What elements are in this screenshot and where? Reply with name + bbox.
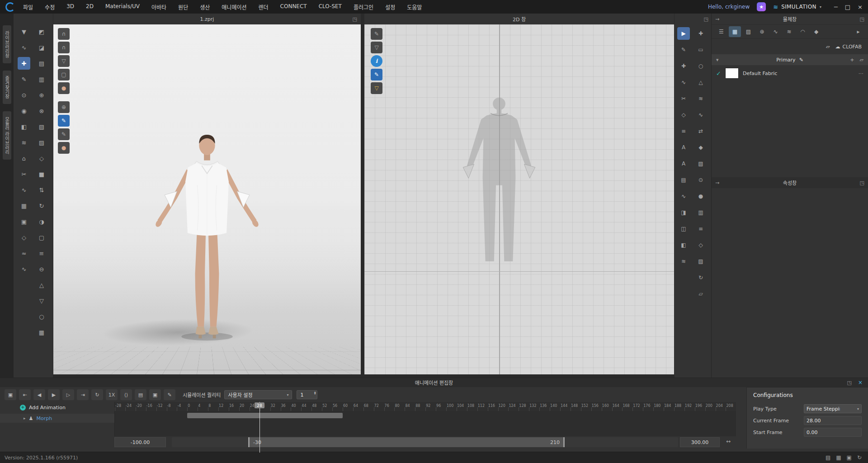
menu-item[interactable]: Materials/UV [105,3,140,11]
timeline-lanes[interactable] [114,411,736,436]
menu-item[interactable]: 설정 [385,3,395,11]
spinner[interactable]: ▴ ▾ [314,391,316,395]
dock-icon[interactable]: ◳ [704,16,708,22]
clofab-link[interactable]: ☁ CLOFAB [835,44,862,50]
range-min-input[interactable]: -100.00 [114,437,166,447]
show-shoes-icon[interactable]: ▢ [58,69,70,80]
paint-brush-icon[interactable]: ✎ [58,115,70,127]
fabric-swatch[interactable] [725,68,739,79]
next-frame-icon[interactable]: ▷ [62,389,74,400]
viewport-3d[interactable]: ∩∩▽▢●⊕✎✎● [53,24,361,374]
text-editor-icon[interactable]: ▤ [826,454,830,461]
stress-view-icon[interactable]: ⊗ [35,104,48,117]
go-to-end-icon[interactable]: ⇥ [77,389,89,400]
gold-garment-icon[interactable]: ▽ [371,82,382,94]
button-tab-icon[interactable]: ⊕ [756,26,768,37]
go-to-start-icon[interactable]: ⇤ [19,389,31,400]
add-fabric-icon[interactable]: + [850,57,854,63]
rename-pencil-icon[interactable]: ✎ [799,57,803,63]
dart-tool-icon[interactable]: ◇ [677,109,690,121]
play-icon[interactable]: ▶ [48,389,60,400]
edit-pattern-icon[interactable]: ✎ [677,43,690,56]
scissors-tool-icon[interactable]: ✂ [18,168,30,180]
blue-brush-icon[interactable]: ✎ [371,69,382,80]
mirror-tool-icon[interactable]: ◫ [677,222,690,235]
fit-range-icon[interactable]: ↔ [726,438,731,444]
select-move-icon[interactable]: ✚ [18,57,30,70]
steam-tool-icon[interactable]: ∿ [18,263,30,275]
transform-icon[interactable]: ✚ [694,27,707,40]
puckering-tab-icon[interactable]: ≋ [783,26,795,37]
pin-tool-icon[interactable]: ⊙ [18,89,30,101]
menu-item[interactable]: 생산 [200,3,210,11]
menu-item[interactable]: CONNECT [280,3,307,11]
simulate-icon[interactable]: ▼ [18,25,30,38]
substep-input[interactable]: 1 ▴ ▾ [297,390,317,399]
select-cursor-icon[interactable]: ▶ [677,27,690,40]
menu-item[interactable]: 렌더 [259,3,269,11]
list-view-icon[interactable]: ≡ [35,247,48,260]
camera-edit-icon[interactable]: ✎ [164,389,175,400]
notch-tool-icon[interactable]: ≡ [677,125,690,137]
range-max-input[interactable]: 300.00 [680,437,720,447]
solid-view-icon[interactable]: ■ [35,168,48,180]
shade-icon[interactable]: ▨ [694,255,707,268]
down-view-icon[interactable]: ▽ [35,294,48,307]
collapse-arrow-icon[interactable]: → [715,180,719,186]
dock-tab[interactable]: 즐겨찾기창 [3,71,11,104]
fabric-tab-icon[interactable]: ▦ [729,26,741,37]
account-greeting[interactable]: Hello, crkginew [708,4,750,10]
wrinkle-tool-icon[interactable]: ≈ [18,247,30,260]
dock-icon[interactable]: ◳ [353,16,357,22]
show-garment-icon[interactable]: ▽ [58,55,70,67]
target-icon[interactable]: ⊙ [694,174,707,186]
expander-icon[interactable]: ▸ [24,416,26,420]
fill-tool-icon[interactable]: ◨ [677,206,690,219]
bag-tool-icon[interactable]: ▣ [18,215,30,228]
more-options-icon[interactable]: ⋯ [859,71,863,76]
mode-selector[interactable]: ≋ SIMULATION ▾ [773,4,821,10]
hatch-icon[interactable]: ▧ [694,157,707,170]
pen-tool-icon[interactable]: ✎ [18,73,30,85]
current-frame-input[interactable]: 28.00 [804,416,862,425]
repeat-icon[interactable]: ↻ [91,389,103,400]
world-sphere-icon[interactable]: ⊕ [58,101,70,113]
maximize-button[interactable]: □ [845,4,850,10]
curve-tool-icon[interactable]: ∿ [677,76,690,89]
menu-item[interactable]: 애니메이션 [222,3,246,11]
poly-pattern-icon[interactable]: △ [694,76,707,89]
sync-icon[interactable]: ↻ [857,454,862,461]
lines-icon[interactable]: ≡ [694,222,707,235]
add-point-icon[interactable]: ✚ [677,60,690,72]
fold-tool-icon[interactable]: ◧ [18,120,30,133]
folder-icon[interactable]: ▱ [860,57,863,63]
menu-item[interactable]: CLO-SET [319,3,342,11]
garment-outline-icon[interactable]: ▽ [371,42,382,53]
hanger-tool-icon[interactable]: ◇ [18,231,30,244]
half-view-icon[interactable]: ◑ [35,215,48,228]
box-view-icon[interactable]: ▢ [35,231,48,244]
timeline-range-track[interactable]: -30 210 [172,437,678,447]
trim-tab-icon[interactable]: ◆ [810,26,822,37]
dot-view-icon[interactable]: ○ [35,310,48,323]
previous-frame-icon[interactable]: ◀ [33,389,45,400]
ai-assistant-icon[interactable]: ★ [757,2,766,11]
speed-button[interactable]: 1X [106,389,118,400]
tape-icon[interactable]: ▱ [694,288,707,300]
capture-image-icon[interactable]: ▤ [135,389,146,400]
avatar-body-icon[interactable]: ● [58,142,70,154]
keyframe-icon[interactable]: ⟨⟩ [120,389,132,400]
edit-pattern-icon[interactable]: ✎ [371,28,382,40]
menu-item[interactable]: 원단 [178,3,188,11]
pressure-view-icon[interactable]: ◇ [35,152,48,165]
strain-view-icon[interactable]: ▧ [35,120,48,133]
start-frame-input[interactable]: 0.00 [804,428,862,437]
spin-down-icon[interactable]: ▾ [314,393,316,395]
snap-grid-icon[interactable]: ▣ [847,454,852,461]
graphic-tab-icon[interactable]: ▨ [742,26,755,37]
playhead[interactable]: 28 [259,402,260,453]
timeline-range-active[interactable]: -30 210 [248,437,565,447]
free-sew-icon[interactable]: ∿ [694,109,707,121]
scroll-right-icon[interactable]: ▸ [852,26,864,37]
dock-tab[interactable]: 라이브러리창 [3,25,11,63]
